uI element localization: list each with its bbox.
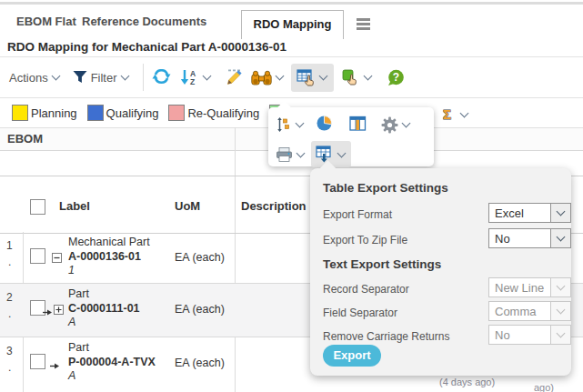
item-id: A-0000136-01 <box>68 250 150 265</box>
select-all-checkbox[interactable] <box>30 199 45 215</box>
gear-icon <box>381 116 398 134</box>
order-icon <box>276 116 292 133</box>
export-grid-pointer-button[interactable] <box>291 64 334 92</box>
export-format-select[interactable]: Excel <box>488 203 571 223</box>
row-checkbox[interactable] <box>30 354 45 369</box>
chevron-down-icon <box>550 204 570 222</box>
label-cell: Mechanical Part A-0000136-01 1 <box>68 236 150 278</box>
export-zip-select[interactable]: No <box>488 228 571 248</box>
row-number-dot: . <box>8 361 11 374</box>
hamburger-menu-icon[interactable] <box>357 18 370 33</box>
label-cell: Part C-0000111-01 A <box>68 287 140 330</box>
chevron-down-icon <box>297 148 306 157</box>
tab-reference-documents[interactable]: Reference Documents <box>82 15 206 28</box>
filter-funnel-icon[interactable] <box>72 70 89 85</box>
printer-icon <box>276 146 293 163</box>
actions-menu-button[interactable]: Actions <box>9 71 61 85</box>
pie-chart-button[interactable] <box>316 115 333 135</box>
main-toolbar: Actions Filter A Z <box>0 57 583 97</box>
reference-arrow-icon <box>43 308 53 317</box>
select-hand-button[interactable] <box>342 69 373 86</box>
item-type: Part <box>68 287 140 302</box>
export-zip-label: Export To Zip File <box>323 234 407 246</box>
item-id: C-0000111-01 <box>68 302 140 317</box>
record-separator-label: Record Separator <box>323 283 409 296</box>
print-button[interactable] <box>276 146 306 163</box>
filter-menu-button[interactable]: Filter <box>91 71 130 85</box>
chevron-down-icon <box>120 72 129 81</box>
table-export-settings-popup: Table Export Settings Export Format Exce… <box>310 168 571 376</box>
remove-carriage-returns-label: Remove Carriage Returns <box>323 330 449 343</box>
grid-tools-popup <box>268 107 434 166</box>
table-export-settings-title: Table Export Settings <box>323 181 448 195</box>
svg-text:Z: Z <box>190 77 195 85</box>
legend-label: Qualifying <box>106 106 159 120</box>
select-hand-icon <box>342 69 360 86</box>
page-title: RDO Mapping for Mechanical Part A-000013… <box>7 40 286 54</box>
text-export-settings-title: Text Export Settings <box>323 257 441 271</box>
legend-label: Planning <box>31 106 77 120</box>
top-divider <box>0 2 583 5</box>
chevron-down-icon <box>51 72 60 81</box>
label-cell: Part P-000004-A-TVX A <box>68 341 156 384</box>
refresh-icon[interactable] <box>152 69 171 85</box>
tab-ebom-flat[interactable]: EBOM Flat <box>16 15 76 28</box>
chevron-down-icon <box>363 72 372 81</box>
row-checkbox[interactable] <box>30 248 45 264</box>
legend-swatch-requalifying <box>168 105 185 121</box>
sort-az-button[interactable]: A Z <box>179 69 212 85</box>
chevron-down-icon <box>275 72 284 81</box>
pie-chart-icon <box>316 115 333 132</box>
svg-text:?: ? <box>392 71 398 84</box>
item-type: Mechanical Part <box>68 236 150 250</box>
chevron-down-icon <box>296 119 305 128</box>
search-binoculars-button[interactable] <box>251 70 285 85</box>
item-revision: A <box>68 316 140 330</box>
section-title: EBOM <box>7 132 43 146</box>
chevron-down-icon <box>337 148 347 157</box>
item-id: P-000004-A-TVX <box>68 356 156 370</box>
row-number-dot: . <box>8 256 11 268</box>
help-icon[interactable]: ? <box>387 69 405 86</box>
row-number-dot: . <box>8 307 11 320</box>
legend-swatch-planning <box>12 105 28 121</box>
sigma-icon: Σ <box>441 106 457 123</box>
field-separator-select: Comma <box>488 301 571 321</box>
record-separator-select: New Line <box>488 277 571 297</box>
table-columns-button[interactable] <box>349 116 367 135</box>
svg-text:Σ: Σ <box>443 106 451 122</box>
status-legend: Planning Qualifying Re-Qualifying <box>0 98 298 127</box>
chevron-down-icon <box>550 229 570 247</box>
chevron-down-icon <box>550 278 570 297</box>
column-header-description[interactable]: Description <box>241 199 307 213</box>
toolbar-separator <box>143 64 144 91</box>
tab-rdo-mapping[interactable]: RDO Mapping <box>241 10 344 39</box>
export-format-label: Export Format <box>323 208 392 221</box>
row-number: 2 <box>6 291 13 304</box>
sigma-summary-button[interactable]: Σ <box>441 106 469 123</box>
settings-gear-button[interactable] <box>381 116 411 134</box>
legend-label: Re-Qualifying <box>187 106 259 120</box>
chevron-down-icon <box>202 72 211 81</box>
column-header-label[interactable]: Label <box>59 199 90 213</box>
row-number: 1 <box>6 239 13 252</box>
expand-plus-icon[interactable] <box>54 305 64 315</box>
chevron-down-icon <box>550 326 570 344</box>
item-type: Part <box>68 341 156 356</box>
table-export-icon <box>316 146 334 163</box>
remove-carriage-returns-select: No <box>488 325 571 345</box>
order-button[interactable] <box>276 116 305 133</box>
export-grid-pointer-icon <box>297 69 316 86</box>
reference-arrow-icon <box>50 362 60 370</box>
clipped-timestamp-text: (4 days ago) <box>439 377 495 387</box>
rdo-mapping-screen: EBOM Flat Reference Documents RDO Mappin… <box>0 0 583 392</box>
table-columns-icon <box>349 116 367 132</box>
column-header-uom[interactable]: UoM <box>175 199 200 213</box>
export-button[interactable]: Export <box>323 345 381 367</box>
uom-cell: EA (each) <box>175 303 225 316</box>
collapse-minus-icon[interactable] <box>52 253 62 263</box>
chevron-down-icon <box>460 109 469 118</box>
item-revision: A <box>68 369 156 384</box>
edit-pencil-icon[interactable] <box>225 69 243 85</box>
row-number: 3 <box>6 345 13 357</box>
